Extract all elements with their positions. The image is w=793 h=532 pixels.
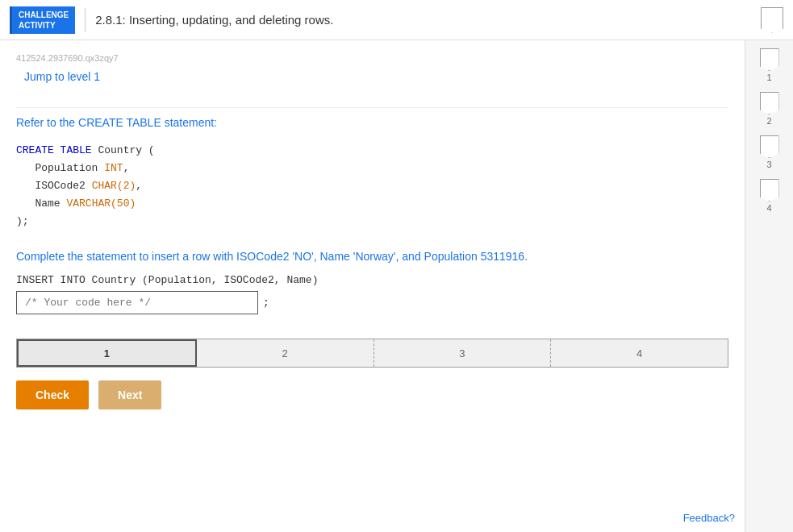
main-layout: 412524.2937690.qx3zqy7 Jump to level 1 R… [0,40,793,532]
level-4-bookmark [760,179,779,202]
code-line-1: CREATE TABLE Country ( [16,142,728,160]
header-divider [85,8,86,32]
level-nav-item-3[interactable]: 3 [760,135,779,169]
header: CHALLENGE ACTIVITY 2.8.1: Inserting, upd… [0,0,793,40]
level-nav-item-1[interactable]: 1 [760,48,779,82]
progress-bar: 1 2 3 4 [16,339,728,368]
code-input[interactable] [16,291,258,314]
code-line-3: ISOCode2 CHAR(2), [16,177,728,195]
task-description: Complete the statement to insert a row w… [16,250,728,263]
level-nav-item-4[interactable]: 4 [760,179,779,213]
challenge-badge: CHALLENGE ACTIVITY [10,6,75,34]
check-button[interactable]: Check [16,380,89,409]
input-row: ; [16,291,728,314]
code-suffix: ; [263,297,269,309]
progress-step-4[interactable]: 4 [551,339,728,367]
progress-step-2[interactable]: 2 [197,339,374,367]
separator [16,107,728,108]
progress-step-1[interactable]: 1 [17,339,197,367]
code-block: CREATE TABLE Country ( Population INT, I… [16,142,728,231]
jump-to-level-link[interactable]: Jump to level 1 [16,70,100,83]
level-nav: 1 2 3 4 [745,40,793,532]
progress-step-3[interactable]: 3 [374,339,552,367]
level-nav-item-2[interactable]: 2 [760,92,779,126]
feedback-button[interactable]: Feedback? [683,512,735,524]
content-area: 412524.2937690.qx3zqy7 Jump to level 1 R… [0,40,745,532]
code-line-2: Population INT, [16,160,728,177]
bookmark-icon[interactable] [761,7,783,33]
instruction-text: Refer to the CREATE TABLE statement: [16,116,728,129]
next-button[interactable]: Next [98,380,161,409]
level-3-num: 3 [766,160,771,169]
button-row: Check Next [16,380,728,409]
header-title: 2.8.1: Inserting, updating, and deleting… [95,13,761,27]
code-line-4: Name VARCHAR(50) [16,195,728,213]
level-2-num: 2 [766,116,771,126]
level-3-bookmark [760,135,779,158]
code-prefix: INSERT INTO Country (Population, ISOCode… [16,274,728,286]
level-4-num: 4 [766,203,771,213]
code-line-5: ); [16,213,728,231]
session-id: 412524.2937690.qx3zqy7 [16,53,728,63]
level-2-bookmark [760,92,779,114]
level-1-bookmark [760,48,779,71]
level-1-num: 1 [766,73,771,82]
